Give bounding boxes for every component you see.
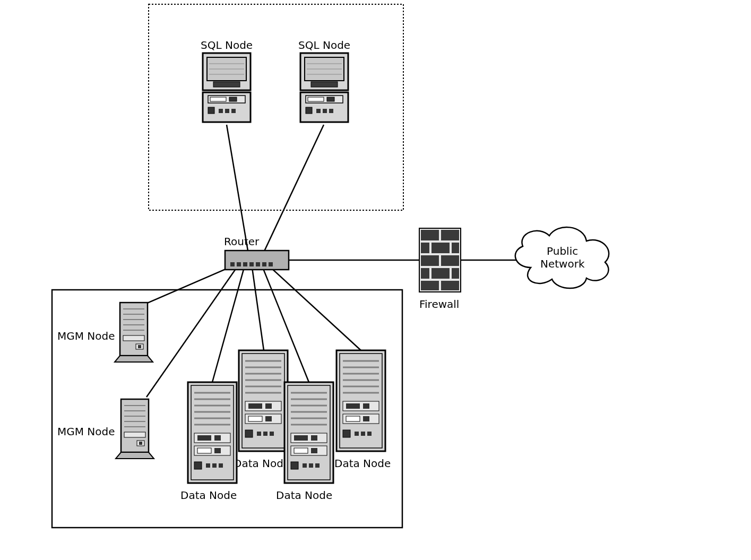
sql-zone-box [149,4,403,210]
sql-node-2-label: SQL Node [298,39,350,51]
svg-line-64 [260,125,324,260]
data-node-4-label: Data Node [334,457,391,470]
mgm-node-1-label: MGM Node [57,330,115,342]
edges [134,125,523,397]
data-node-3-label: Data Node [276,489,332,502]
firewall-label: Firewall [419,298,459,311]
public-network-label-2: Network [540,257,585,270]
sql-node-2-icon [300,53,348,122]
data-node-2-icon [239,350,288,451]
sql-node-1-icon [203,53,251,122]
network-diagram: Router Firewall Public Network SQL Node … [0,0,751,560]
svg-line-72 [271,268,361,350]
router-label: Router [224,235,260,248]
router-icon [225,251,289,270]
mgm-node-2-label: MGM Node [57,425,115,438]
data-node-4-icon [336,350,385,451]
svg-line-70 [252,268,264,350]
mgm-node-2-icon [116,399,154,459]
data-node-3-icon [284,382,333,483]
mgm-node-1-icon [115,303,153,362]
svg-line-68 [146,268,237,397]
firewall-icon [419,228,461,292]
data-node-2-label: Data Node [234,457,290,470]
public-network-label-1: Public [547,245,578,257]
sql-node-1-label: SQL Node [201,39,253,51]
data-node-1-label: Data Node [180,489,237,502]
data-node-1-icon [188,382,237,483]
